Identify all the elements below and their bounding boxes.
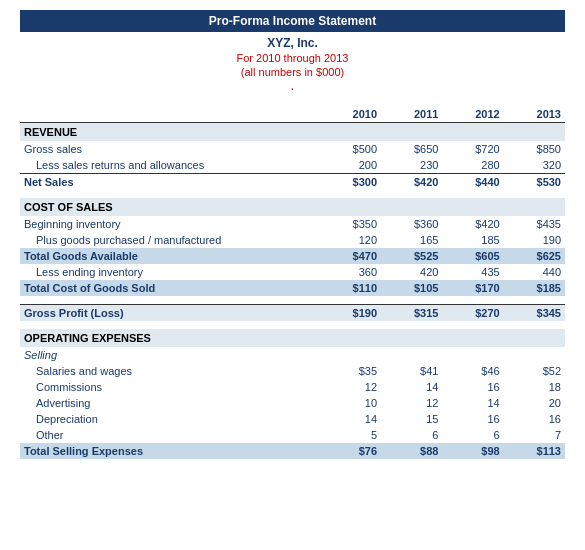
spacer	[20, 321, 565, 329]
table-row: Advertising 10 12 14 20	[20, 395, 565, 411]
table-row: Salaries and wages $35 $41 $46 $52	[20, 363, 565, 379]
note-subtitle: (all numbers in $000)	[20, 66, 565, 78]
year-2010: 2010	[320, 106, 381, 123]
year-2013: 2013	[504, 106, 565, 123]
table-row: Less ending inventory 360 420 435 440	[20, 264, 565, 280]
page-title: Pro-Forma Income Statement	[20, 10, 565, 32]
table-row: Plus goods purchased / manufactured 120 …	[20, 232, 565, 248]
spacer	[20, 296, 565, 304]
cost-of-sales-section-header: COST OF SALES	[20, 198, 565, 216]
table-row: Gross sales $500 $650 $720 $850	[20, 141, 565, 157]
table-row: Other 5 6 6 7	[20, 427, 565, 443]
decorative-dot: ·	[20, 80, 565, 96]
operating-expenses-section-header: OPERATING EXPENSES	[20, 329, 565, 347]
revenue-section-header: REVENUE	[20, 123, 565, 142]
total-cost-goods-sold-row: Total Cost of Goods Sold $110 $105 $170 …	[20, 280, 565, 296]
column-headers: 2010 2011 2012 2013	[20, 106, 565, 123]
table-row: Depreciation 14 15 16 16	[20, 411, 565, 427]
period-subtitle: For 2010 through 2013	[20, 52, 565, 64]
table-row: Less sales returns and allowances 200 23…	[20, 157, 565, 174]
table-row: Commissions 12 14 16 18	[20, 379, 565, 395]
year-2012: 2012	[442, 106, 503, 123]
company-name: XYZ, Inc.	[20, 36, 565, 50]
table-row: Beginning inventory $350 $360 $420 $435	[20, 216, 565, 232]
spacer	[20, 190, 565, 198]
net-sales-row: Net Sales $300 $420 $440 $530	[20, 174, 565, 191]
selling-label-row: Selling	[20, 347, 565, 363]
total-goods-available-row: Total Goods Available $470 $525 $605 $62…	[20, 248, 565, 264]
total-selling-expenses-row: Total Selling Expenses $76 $88 $98 $113	[20, 443, 565, 459]
year-2011: 2011	[381, 106, 442, 123]
gross-profit-row: Gross Profit (Loss) $190 $315 $270 $345	[20, 304, 565, 321]
